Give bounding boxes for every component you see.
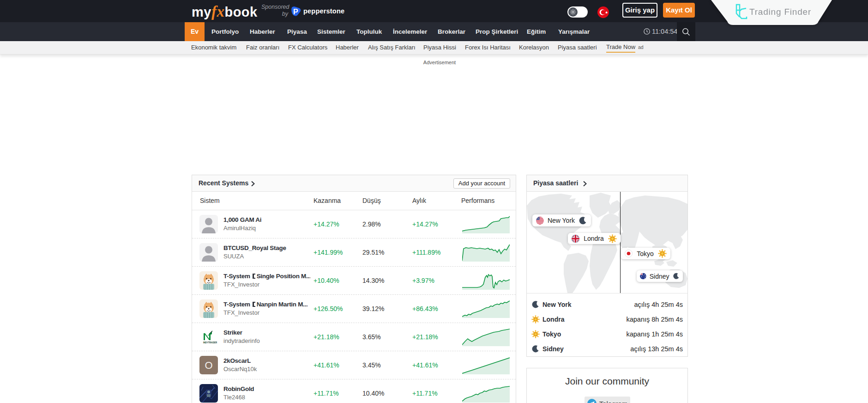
svg-text:P: P bbox=[293, 8, 298, 16]
svg-text:INDYTRADER: INDYTRADER bbox=[203, 342, 217, 344]
svg-text:O: O bbox=[205, 360, 212, 371]
